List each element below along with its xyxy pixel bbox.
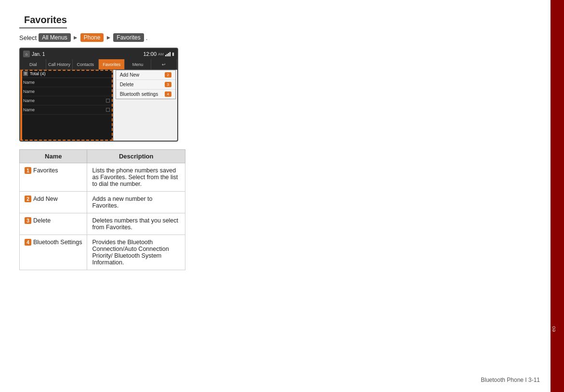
num-badge-3: 3 (25, 217, 31, 224)
page-title: Favorites (19, 14, 67, 28)
screen-total-label: Total (4) (30, 71, 46, 76)
screen-total-row: ☰ Total (4) (20, 70, 113, 78)
screen-name-3: Name (23, 98, 35, 103)
battery-icon: ▮ (172, 52, 174, 56)
dropdown-delete[interactable]: Delete 3 (116, 80, 175, 90)
table-cell-name-2: 2 Add New (20, 192, 87, 213)
item-name-2: Add New (33, 196, 58, 202)
screen-time: 12:00 (143, 51, 157, 57)
dropdown-add-new-label: Add New (120, 72, 140, 78)
screen-nav-back[interactable]: ↩ (151, 59, 177, 69)
screen-nav: Dial Call History Contacts Favorites Men… (20, 59, 177, 70)
table-cell-desc-4: Provides the Bluetooth Connection/Auto C… (87, 235, 185, 270)
checkbox-icon-3 (106, 99, 110, 103)
breadcrumb-favorites[interactable]: Favorites (113, 33, 144, 42)
table-cell-name-4: 4 Bluetooth Settings (20, 235, 87, 270)
screen-date: Jan. 1 (32, 52, 45, 57)
breadcrumb-period: . (146, 34, 148, 41)
item-name-3: Delete (33, 217, 51, 224)
screen-topbar: ⌂ Jan. 1 12:00 AM ▮ (20, 49, 177, 59)
item-label-3: 3 Delete (25, 217, 82, 224)
item-label-1: 1 Favorites (25, 167, 82, 174)
table-cell-desc-1: Lists the phone numbers saved as Favorit… (87, 163, 185, 192)
screen-am: AM (158, 52, 164, 56)
screen-nav-callhistory[interactable]: Call History (46, 59, 72, 69)
dropdown-bluetooth-badge: 4 (165, 91, 171, 97)
breadcrumb-arrow-1: ► (73, 34, 79, 41)
num-badge-2: 2 (25, 196, 31, 202)
table-row-3: 3 Delete Deletes numbers that you select… (20, 213, 185, 235)
screen-name-row-2[interactable]: Name (20, 87, 113, 96)
table-cell-name-1: 1 Favorites (20, 163, 87, 192)
screen-body: ☰ Total (4) Name Name Name Name (20, 70, 177, 141)
screen-nav-dial[interactable]: Dial (20, 59, 46, 69)
dropdown-add-new-badge: 2 (165, 72, 171, 78)
signal-bar-4 (170, 52, 171, 56)
checkbox-icon-4 (106, 108, 110, 112)
screen-time-area: 12:00 AM ▮ (143, 51, 174, 57)
table-row-4: 4 Bluetooth Settings Provides the Blueto… (20, 235, 185, 270)
screen-name-row-4[interactable]: Name (20, 105, 113, 115)
num-badge-1: 1 (25, 167, 31, 174)
screen-indicator-strip (20, 70, 22, 142)
info-table: Name Description 1 Favorites Lists the p… (19, 149, 185, 270)
breadcrumb-phone[interactable]: Phone (80, 33, 104, 42)
screen-name-4: Name (23, 107, 35, 112)
sidebar-label: eo (551, 324, 564, 334)
screen-topbar-left: ⌂ Jan. 1 (23, 51, 45, 57)
table-row-1: 1 Favorites Lists the phone numbers save… (20, 163, 185, 192)
screen-right-panel: Add New 2 Delete 3 Bluetooth settings 4 (113, 70, 177, 141)
dropdown-bluetooth-label: Bluetooth settings (120, 91, 158, 97)
breadcrumb: Select All Menus ► Phone ► Favorites . (19, 33, 531, 42)
home-icon: ⌂ (23, 51, 30, 57)
breadcrumb-arrow-2: ► (105, 34, 111, 41)
table-cell-desc-3: Deletes numbers that you select from Fav… (87, 213, 185, 235)
signal-bar-3 (168, 53, 169, 56)
table-row-2: 2 Add New Adds a new number to Favorites… (20, 192, 185, 213)
signal-bar-1 (165, 55, 166, 56)
signal-bars (165, 52, 171, 56)
table-header-name: Name (20, 150, 87, 163)
dropdown-menu: Add New 2 Delete 3 Bluetooth settings 4 (116, 70, 176, 99)
screen-nav-menu[interactable]: Menu (125, 59, 151, 69)
num-badge-4: 4 (25, 239, 31, 246)
item-name-1: Favorites (33, 167, 58, 174)
dropdown-add-new[interactable]: Add New 2 (116, 70, 175, 80)
device-screen: ⌂ Jan. 1 12:00 AM ▮ Dial Call History Co… (19, 48, 178, 142)
breadcrumb-select: Select (19, 34, 37, 41)
dropdown-delete-badge: 3 (165, 82, 171, 87)
screen-name-2: Name (23, 89, 35, 94)
breadcrumb-all-menus[interactable]: All Menus (39, 33, 71, 42)
screen-left-panel: ☰ Total (4) Name Name Name Name (20, 70, 113, 141)
screen-name-row-3[interactable]: Name (20, 96, 113, 105)
page-footer: Bluetooth Phone I 3-11 (481, 377, 540, 383)
dropdown-bluetooth[interactable]: Bluetooth settings 4 (116, 90, 175, 99)
main-content: Favorites Select All Menus ► Phone ► Fav… (0, 0, 551, 392)
total-icon: ☰ (23, 71, 28, 76)
table-cell-name-3: 3 Delete (20, 213, 87, 235)
right-sidebar: eo (551, 0, 564, 392)
item-label-4: 4 Bluetooth Settings (25, 239, 82, 246)
screen-nav-favorites[interactable]: Favorites (99, 59, 125, 69)
table-cell-desc-2: Adds a new number to Favorites. (87, 192, 185, 213)
screen-name-1: Name (23, 80, 35, 85)
item-name-4: Bluetooth Settings (33, 239, 82, 246)
signal-bar-2 (167, 54, 168, 56)
screen-name-row-1[interactable]: Name (20, 78, 113, 87)
screen-nav-contacts[interactable]: Contacts (73, 59, 99, 69)
table-header-description: Description (87, 150, 185, 163)
dropdown-delete-label: Delete (120, 82, 134, 87)
item-label-2: 2 Add New (25, 196, 82, 202)
